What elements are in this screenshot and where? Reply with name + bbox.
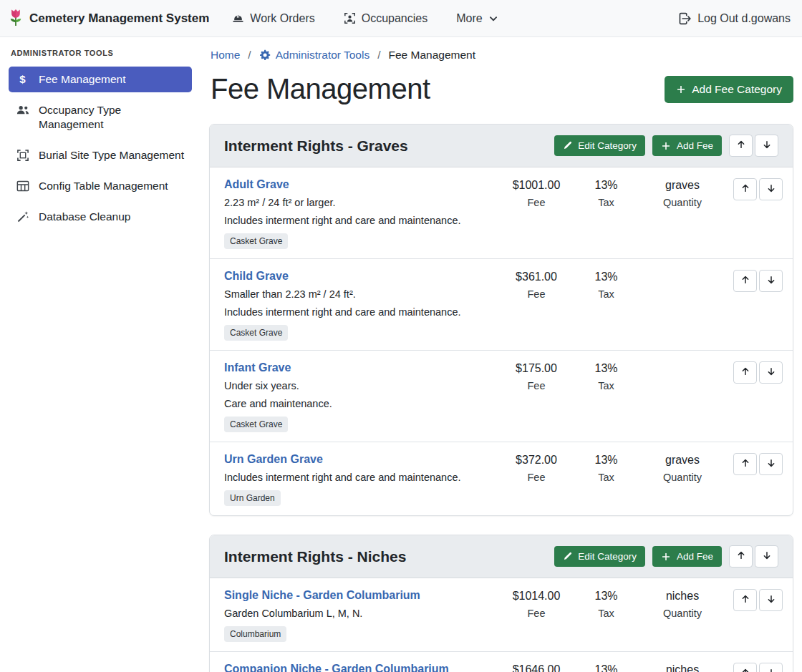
move-fee-down-button[interactable]: [759, 361, 783, 384]
move-fee-up-button[interactable]: [733, 453, 757, 475]
breadcrumb-separator: /: [377, 49, 380, 62]
fee-name-link[interactable]: Child Grave: [224, 270, 289, 283]
fee-label: Fee: [501, 197, 572, 209]
sidebar-item-fee-management[interactable]: $ Fee Management: [9, 67, 192, 92]
fee-quantity-column: graves Quantity: [640, 178, 725, 209]
move-category-down-button[interactable]: [755, 545, 778, 568]
gear-icon: [259, 49, 271, 61]
fee-info: Adult Grave 2.23 m² / 24 ft² or larger.I…: [224, 178, 501, 249]
edit-category-button[interactable]: Edit Category: [554, 135, 645, 156]
arrow-down-icon: [766, 183, 776, 195]
fee-category-card: Interment Rights - Graves Edit Category …: [209, 124, 793, 516]
edit-category-label: Edit Category: [578, 140, 637, 151]
fee-type-badge: Casket Grave: [224, 233, 288, 249]
move-fee-down-button[interactable]: [759, 663, 783, 672]
fee-type-badge: Casket Grave: [224, 417, 288, 432]
sidebar-item-label: Burial Site Type Management: [39, 148, 184, 162]
fee-description: Includes interment right and care and ma…: [224, 306, 495, 318]
sidebar-item-burial-site-type-management[interactable]: Burial Site Type Management: [9, 142, 192, 168]
sidebar-item-label: Database Cleanup: [39, 210, 130, 224]
move-fee-down-button[interactable]: [759, 589, 783, 611]
fee-description: Smaller than 2.23 m² / 24 ft².: [224, 288, 495, 300]
arrow-down-icon: [766, 366, 776, 379]
move-category-down-button[interactable]: [755, 135, 778, 157]
move-fee-up-button[interactable]: [733, 589, 757, 611]
move-fee-up-button[interactable]: [733, 178, 757, 200]
quantity-label: Quantity: [640, 608, 725, 620]
move-fee-down-button[interactable]: [759, 178, 783, 200]
add-fee-label: Add Fee: [677, 551, 713, 562]
move-fee-down-button[interactable]: [759, 453, 783, 475]
app-brand[interactable]: Cemetery Management System: [7, 8, 209, 29]
add-fee-button[interactable]: Add Fee: [652, 135, 722, 156]
nav-item-work-orders[interactable]: Work Orders: [232, 12, 314, 25]
sidebar-item-config-table-management[interactable]: Config Table Management: [9, 173, 192, 199]
fee-name-link[interactable]: Single Niche - Garden Columbarium: [224, 589, 420, 602]
fee-amount: $372.00: [501, 454, 572, 467]
add-fee-category-label: Add Fee Category: [692, 83, 782, 96]
arrow-down-icon: [766, 275, 776, 287]
sidebar: Administrator Tools $ Fee Management Occ…: [0, 37, 200, 672]
tax-label: Tax: [572, 288, 640, 301]
move-category-up-button[interactable]: [729, 135, 753, 157]
fee-tax-column: 13% Tax: [572, 270, 640, 301]
fee-quantity-column: niches Quantity: [640, 589, 725, 620]
breadcrumb-home[interactable]: Home: [211, 49, 240, 62]
move-fee-up-button[interactable]: [733, 270, 757, 292]
title-row: Fee Management Add Fee Category: [209, 73, 793, 105]
sidebar-item-database-cleanup[interactable]: Database Cleanup: [9, 204, 192, 230]
fee-name-link[interactable]: Adult Grave: [224, 178, 289, 191]
move-fee-up-button[interactable]: [733, 361, 757, 384]
arrow-down-icon: [766, 458, 776, 470]
fee-name-link[interactable]: Urn Garden Grave: [224, 453, 323, 466]
fee-reorder-group: [733, 453, 783, 475]
nav-item-more[interactable]: More: [456, 12, 497, 25]
tax-label: Tax: [572, 380, 640, 392]
categories: Interment Rights - Graves Edit Category …: [209, 124, 793, 672]
add-fee-category-button[interactable]: Add Fee Category: [665, 76, 793, 103]
main-content: Home / Administrator Tools / Fee Managem…: [200, 37, 802, 672]
tax-label: Tax: [572, 472, 640, 484]
fee-amount-column: $1646.00 Fee: [501, 663, 572, 672]
fee-category-card: Interment Rights - Niches Edit Category …: [209, 535, 793, 672]
fee-list: Adult Grave 2.23 m² / 24 ft² or larger.I…: [210, 167, 793, 515]
nav-item-label: More: [456, 12, 482, 25]
fee-description: Includes interment right and care and ma…: [224, 215, 495, 226]
tax-value: 13%: [572, 362, 640, 375]
edit-category-button[interactable]: Edit Category: [554, 546, 645, 567]
add-fee-label: Add Fee: [677, 140, 713, 151]
fee-descriptions: 2.23 m² / 24 ft² or larger.Includes inte…: [224, 197, 495, 226]
fee-row: Adult Grave 2.23 m² / 24 ft² or larger.I…: [210, 167, 793, 258]
fee-info: Companion Niche - Garden Columbarium Gar…: [224, 663, 501, 672]
breadcrumb: Home / Administrator Tools / Fee Managem…: [209, 49, 793, 62]
fee-reorder-group: [733, 663, 783, 672]
fee-amount-column: $175.00 Fee: [501, 361, 572, 392]
logout-link[interactable]: Log Out d.gowans: [678, 12, 791, 25]
move-fee-up-button[interactable]: [733, 663, 757, 672]
move-fee-down-button[interactable]: [759, 270, 783, 292]
nav-item-occupancies[interactable]: Occupancies: [344, 12, 428, 25]
fee-row: Urn Garden Grave Includes interment righ…: [210, 442, 793, 515]
fee-row: Child Grave Smaller than 2.23 m² / 24 ft…: [210, 258, 793, 350]
fee-tax-column: 13% Tax: [572, 589, 640, 620]
category-title: Interment Rights - Niches: [224, 548, 406, 565]
breadcrumb-admin-tools[interactable]: Administrator Tools: [259, 49, 370, 62]
fee-descriptions: Garden Columbarium L, M, N.: [224, 608, 495, 619]
quantity-unit: niches: [640, 590, 725, 603]
sidebar-item-occupancy-type-management[interactable]: Occupancy Type Management: [9, 97, 192, 137]
fee-amount: $175.00: [501, 362, 572, 375]
fee-tax-column: 13% Tax: [572, 361, 640, 392]
add-fee-button[interactable]: Add Fee: [652, 546, 722, 567]
fee-name-link[interactable]: Infant Grave: [224, 361, 291, 374]
fee-name-link[interactable]: Companion Niche - Garden Columbarium: [224, 663, 449, 672]
quantity-unit: [640, 362, 725, 375]
bounding-box-icon: [16, 149, 29, 162]
arrow-down-icon: [762, 140, 772, 152]
fee-type-badge: Columbarium: [224, 626, 286, 642]
navbar-links: Work Orders Occupancies More: [232, 12, 497, 25]
quantity-unit: graves: [640, 179, 725, 192]
move-category-up-button[interactable]: [729, 545, 753, 568]
fee-tax-column: 13% Tax: [572, 178, 640, 209]
arrow-down-icon: [766, 594, 776, 606]
sidebar-item-label: Config Table Management: [39, 179, 168, 193]
